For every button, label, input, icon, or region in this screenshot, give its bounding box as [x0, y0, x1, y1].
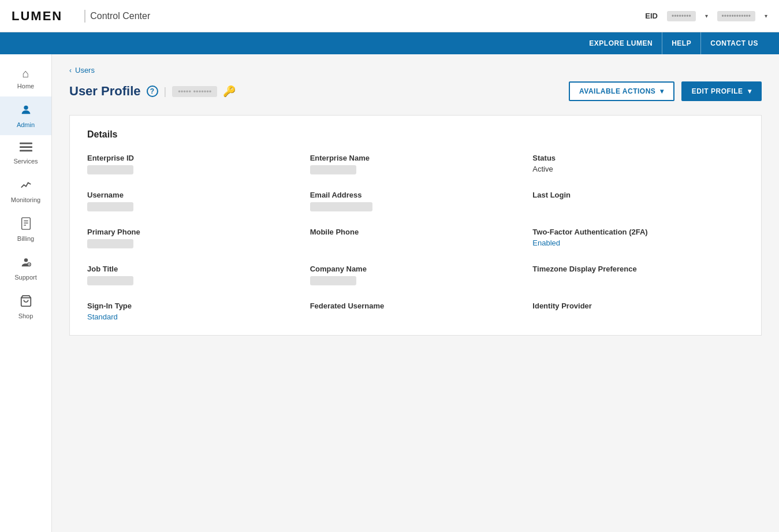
- field-label-2: Status: [532, 154, 744, 162]
- help-icon[interactable]: ?: [147, 85, 158, 97]
- detail-field-2: StatusActive: [532, 154, 744, 174]
- detail-field-14: Identity Provider: [532, 302, 744, 321]
- detail-field-11: Timezone Display Preference: [532, 265, 744, 285]
- sidebar-item-shop[interactable]: Shop: [0, 288, 51, 326]
- field-label-14: Identity Provider: [532, 302, 744, 310]
- detail-field-1: Enterprise Name•••••: [310, 154, 521, 174]
- sidebar-item-monitoring[interactable]: Monitoring: [0, 172, 51, 210]
- sidebar-label-services: Services: [13, 158, 38, 165]
- sidebar-item-billing[interactable]: Billing: [0, 210, 51, 249]
- available-actions-button[interactable]: AVAILABLE ACTIONS ▾: [569, 81, 674, 101]
- user-name: ••••••••••••: [717, 11, 755, 21]
- eid-value: ••••••••: [667, 11, 696, 21]
- edit-profile-chevron-icon: ▾: [748, 87, 752, 95]
- available-actions-label: AVAILABLE ACTIONS: [579, 87, 655, 95]
- contact-us-link[interactable]: CONTACT US: [701, 32, 767, 54]
- field-label-5: Last Login: [532, 191, 744, 199]
- eid-chevron-icon[interactable]: ▾: [705, 13, 708, 19]
- sidebar-item-support[interactable]: Support: [0, 249, 51, 288]
- field-label-6: Primary Phone: [87, 228, 299, 236]
- key-icon[interactable]: 🔑: [223, 85, 236, 98]
- detail-field-6: Primary Phone•••-••-••••: [87, 228, 299, 248]
- field-value-8: Enabled: [532, 239, 744, 247]
- blue-nav: EXPLORE LUMEN HELP CONTACT US: [0, 32, 779, 54]
- svg-point-8: [24, 258, 27, 262]
- details-section-title: Details: [87, 129, 744, 140]
- details-grid: Enterprise ID••••••Enterprise Name•••••S…: [87, 154, 744, 321]
- page-title: User Profile: [69, 84, 141, 99]
- field-value-12: Standard: [87, 312, 299, 321]
- field-label-9: Job Title: [87, 265, 299, 273]
- back-icon: ‹: [69, 66, 72, 75]
- header-right: EID •••••••• ▾ •••••••••••• ▾: [645, 11, 767, 21]
- page-title-group: User Profile ? | ••••• ••••••• 🔑: [69, 84, 236, 99]
- available-actions-chevron-icon: ▾: [660, 87, 664, 95]
- field-label-11: Timezone Display Preference: [532, 265, 744, 273]
- admin-icon: [20, 103, 32, 119]
- field-label-8: Two-Factor Authentication (2FA): [532, 228, 744, 236]
- field-value-0: ••••••: [87, 165, 133, 174]
- detail-field-0: Enterprise ID••••••: [87, 154, 299, 174]
- sidebar-label-monitoring: Monitoring: [11, 196, 40, 203]
- header-divider: [84, 10, 85, 23]
- sidebar-label-home: Home: [17, 83, 34, 90]
- app-title: Control Center: [90, 11, 150, 21]
- details-card: Details Enterprise ID••••••Enterprise Na…: [69, 115, 762, 336]
- detail-field-8: Two-Factor Authentication (2FA)Enabled: [532, 228, 744, 248]
- explore-lumen-link[interactable]: EXPLORE LUMEN: [580, 32, 662, 54]
- detail-field-12: Sign-In TypeStandard: [87, 302, 299, 321]
- field-value-4: ••••••••••••@•••••.•••: [310, 202, 372, 211]
- field-label-4: Email Address: [310, 191, 521, 199]
- field-label-1: Enterprise Name: [310, 154, 521, 162]
- field-label-3: Username: [87, 191, 299, 199]
- detail-field-4: Email Address••••••••••••@•••••.•••: [310, 191, 521, 211]
- detail-field-9: Job Title••••••••••: [87, 265, 299, 285]
- shop-icon: [20, 295, 32, 310]
- breadcrumb-users[interactable]: Users: [75, 66, 95, 75]
- billing-icon: [20, 217, 32, 233]
- help-link[interactable]: HELP: [662, 32, 701, 54]
- sidebar-label-admin: Admin: [17, 121, 35, 128]
- field-value-9: ••••••••••: [87, 276, 133, 285]
- title-divider: |: [164, 85, 167, 98]
- field-value-6: •••-••-••••: [87, 239, 133, 248]
- detail-field-3: Username••••••••••••••: [87, 191, 299, 211]
- field-label-7: Mobile Phone: [310, 228, 521, 236]
- edit-profile-label: EDIT PROFILE: [692, 87, 743, 95]
- main-content: ‹ Users User Profile ? | ••••• ••••••• 🔑…: [52, 54, 779, 532]
- home-icon: ⌂: [22, 67, 29, 80]
- field-label-13: Federated Username: [310, 302, 521, 310]
- user-chevron-icon[interactable]: ▾: [765, 13, 767, 19]
- sidebar-label-support: Support: [14, 274, 37, 281]
- field-value-10: •••••••: [310, 276, 356, 285]
- svg-rect-3: [20, 150, 32, 152]
- top-header: LUMEN Control Center EID •••••••• ▾ ••••…: [0, 0, 779, 32]
- edit-profile-button[interactable]: EDIT PROFILE ▾: [681, 81, 762, 101]
- sidebar-item-services[interactable]: Services: [0, 135, 51, 172]
- services-icon: [20, 142, 32, 155]
- field-label-12: Sign-In Type: [87, 302, 299, 310]
- breadcrumb[interactable]: ‹ Users: [69, 66, 762, 75]
- page-header: User Profile ? | ••••• ••••••• 🔑 AVAILAB…: [69, 81, 762, 101]
- sidebar-item-admin[interactable]: Admin: [0, 96, 51, 135]
- logo: LUMEN: [12, 9, 62, 24]
- sidebar-item-home[interactable]: ⌂ Home: [0, 60, 51, 96]
- main-layout: ⌂ Home Admin Services: [0, 54, 779, 532]
- field-value-2: Active: [532, 165, 744, 173]
- svg-rect-1: [20, 143, 32, 144]
- field-label-10: Company Name: [310, 265, 521, 273]
- eid-label: EID: [645, 12, 658, 20]
- field-value-1: •••••: [310, 165, 356, 174]
- detail-field-13: Federated Username: [310, 302, 521, 321]
- support-icon: [20, 256, 32, 271]
- field-value-3: ••••••••••••••: [87, 202, 133, 211]
- sidebar: ⌂ Home Admin Services: [0, 54, 52, 532]
- field-label-0: Enterprise ID: [87, 154, 299, 162]
- svg-rect-4: [21, 218, 30, 229]
- detail-field-5: Last Login: [532, 191, 744, 211]
- detail-field-7: Mobile Phone: [310, 228, 521, 248]
- action-buttons: AVAILABLE ACTIONS ▾ EDIT PROFILE ▾: [569, 81, 762, 101]
- svg-point-0: [24, 106, 28, 110]
- monitoring-icon: [20, 178, 32, 194]
- detail-field-10: Company Name•••••••: [310, 265, 521, 285]
